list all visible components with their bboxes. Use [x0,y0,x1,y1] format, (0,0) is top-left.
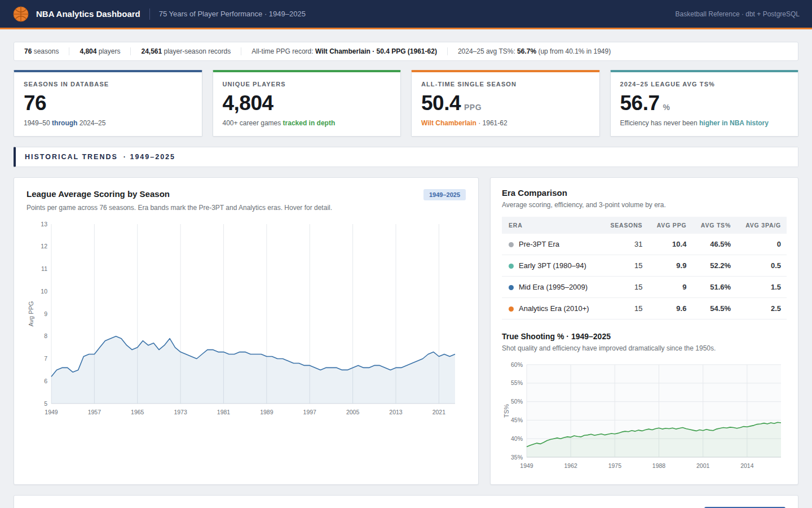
svg-text:1957: 1957 [88,409,102,415]
scoring-chart-subtitle: Points per game across 76 seasons. Era b… [27,204,466,212]
svg-text:11: 11 [41,265,47,272]
ts-chart-title: True Shooting % · 1949–2025 [502,332,787,341]
stat-players: 4,804 players [69,47,130,55]
three-point-revolution-panel: The Three-Point Revolution · Avg 3PA Per… [14,495,798,508]
svg-text:1965: 1965 [131,409,144,415]
data-source-label: Basketball Reference · dbt + PostgreSQL [676,10,800,18]
svg-text:5: 5 [44,400,47,407]
svg-text:1973: 1973 [174,409,187,415]
col-seasons: SEASONS [602,217,648,234]
svg-text:35%: 35% [511,454,523,461]
svg-text:TS%: TS% [503,404,510,418]
card-value: 4,804 [223,93,391,113]
era-color-dot-icon [509,306,514,312]
col-avg-ppg: AVG PPG [648,217,692,234]
svg-text:1988: 1988 [652,462,666,469]
svg-text:40%: 40% [511,435,523,442]
era-comparison-table: ERA SEASONS AVG PPG AVG TS% AVG 3PA/G Pr… [502,217,787,319]
svg-text:60%: 60% [511,361,523,368]
table-header-row: ERA SEASONS AVG PPG AVG TS% AVG 3PA/G [502,217,787,234]
svg-text:2014: 2014 [740,462,754,469]
svg-text:Avg PPG: Avg PPG [28,301,34,326]
era-color-dot-icon [509,264,514,269]
card-note: Wilt Chamberlain · 1961-62 [421,119,590,127]
summary-stats-strip: 76 seasons 4,804 players 24,561 player-s… [14,42,798,61]
top-header: NBA Analytics Dashboard 75 Years of Play… [0,0,812,29]
app-title: NBA Analytics Dashboard [36,9,140,19]
table-row: Pre-3PT Era 31 10.4 46.5% 0 [502,234,787,255]
stat-card-league-ts: 2024–25 LEAGUE AVG TS% 56.7% Efficiency … [610,70,799,137]
svg-text:2005: 2005 [346,409,360,415]
svg-text:10: 10 [41,288,47,295]
era-comparison-panel: Era Comparison Average scoring, efficien… [490,177,798,485]
stat-cards-row: SEASONS IN DATABASE 76 1949–50 through 2… [14,70,798,137]
header-divider [149,8,150,20]
svg-text:1949: 1949 [45,409,58,415]
scoring-chart-title: League Average Scoring by Season [27,189,170,199]
svg-text:9: 9 [44,310,47,317]
stat-card-single-season-record: ALL-TIME SINGLE SEASON 50.4PPG Wilt Cham… [411,70,600,137]
col-avg-3pa: AVG 3PA/G [736,217,787,234]
table-row: Early 3PT (1980–94) 15 9.9 52.2% 0.5 [502,255,787,277]
svg-text:1975: 1975 [608,462,622,469]
stat-ppg-record: All-time PPG record: Wilt Chamberlain · … [241,47,447,55]
card-value: 50.4PPG [421,93,590,113]
svg-text:2001: 2001 [696,462,710,469]
card-label: UNIQUE PLAYERS [223,81,391,87]
era-color-dot-icon [509,242,514,247]
svg-text:1989: 1989 [260,409,273,415]
era-panel-subtitle: Average scoring, efficiency, and 3-point… [502,201,787,209]
era-color-dot-icon [509,285,514,290]
col-avg-ts: AVG TS% [692,217,736,234]
basketball-logo-icon [12,6,29,23]
avg-ppg-line-chart[interactable]: 1949195719651973198119891997200520132021… [27,220,461,418]
svg-text:8: 8 [44,332,47,339]
svg-text:1981: 1981 [217,409,231,415]
card-value: 76 [24,93,192,113]
stat-seasons: 76 seasons [24,47,69,55]
svg-text:1962: 1962 [564,462,577,469]
card-note: Efficiency has never been higher in NBA … [620,119,789,127]
section-title: HISTORICAL TRENDS [25,153,118,161]
app-subtitle: 75 Years of Player Performance · 1949–20… [159,10,306,18]
col-era: ERA [502,217,602,234]
true-shooting-line-chart[interactable]: 19491962197519882001201435%40%45%50%55%6… [502,360,787,472]
table-row: Analytics Era (2010+) 15 9.6 54.5% 2.5 [502,298,787,319]
league-scoring-panel: League Average Scoring by Season 1949–20… [14,177,479,485]
table-row: Mid Era (1995–2009) 15 9 51.6% 1.5 [502,277,787,298]
section-header-historical-trends: HISTORICAL TRENDS · 1949–2025 [14,147,798,167]
stat-card-seasons: SEASONS IN DATABASE 76 1949–50 through 2… [14,70,202,137]
ts-chart-subtitle: Shot quality and efficiency have improve… [502,344,787,352]
card-note: 400+ career games tracked in depth [223,119,391,127]
stat-card-players: UNIQUE PLAYERS 4,804 400+ career games t… [213,70,401,137]
range-badge: 1949–2025 [423,189,466,200]
svg-text:7: 7 [44,355,47,362]
card-label: SEASONS IN DATABASE [24,81,192,87]
svg-text:50%: 50% [511,398,523,405]
svg-text:12: 12 [41,243,47,249]
card-value: 56.7% [620,93,789,113]
svg-text:6: 6 [44,378,47,384]
svg-text:55%: 55% [511,379,523,386]
svg-text:13: 13 [41,221,47,227]
svg-text:1949: 1949 [520,462,533,469]
stat-avg-ts: 2024–25 avg TS%: 56.7% (up from 40.1% in… [447,47,621,55]
stat-records: 24,561 player-season records [130,47,241,55]
card-label: 2024–25 LEAGUE AVG TS% [620,81,789,87]
svg-text:2021: 2021 [433,409,446,415]
section-range: · 1949–2025 [123,153,175,161]
svg-text:45%: 45% [511,417,523,423]
svg-text:2013: 2013 [389,409,403,415]
card-label: ALL-TIME SINGLE SEASON [421,81,590,87]
era-panel-title: Era Comparison [502,188,787,198]
svg-text:1997: 1997 [303,409,317,415]
card-note: 1949–50 through 2024–25 [24,119,192,127]
